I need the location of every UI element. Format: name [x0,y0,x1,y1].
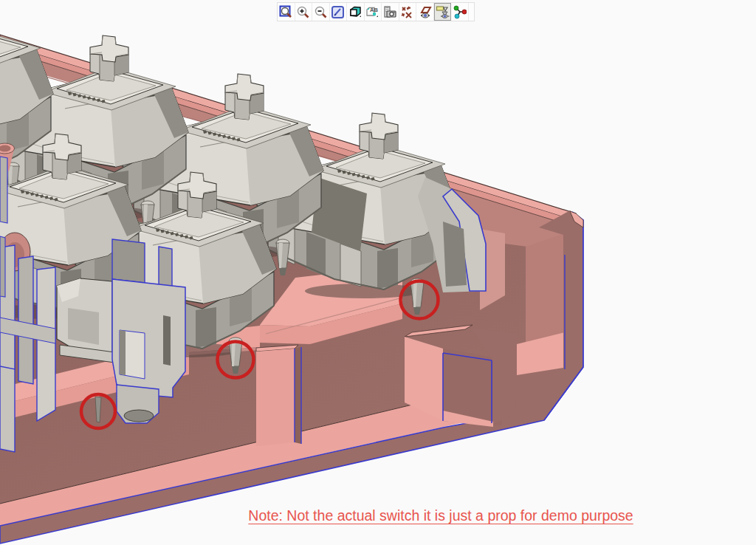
svg-text:AB: AB [370,7,378,13]
